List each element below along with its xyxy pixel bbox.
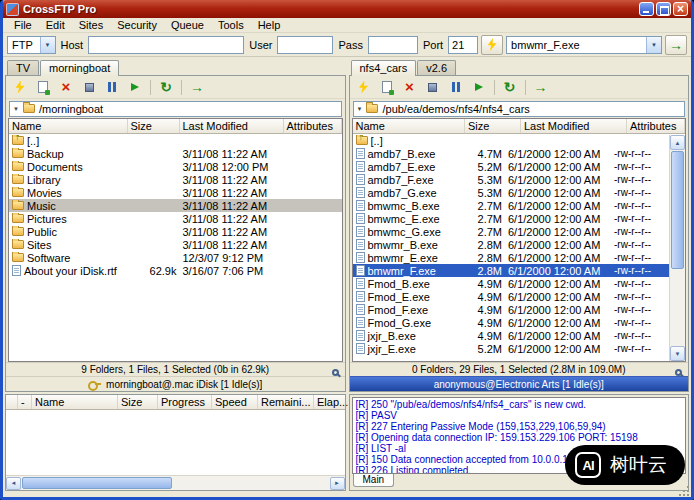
connect-button[interactable] bbox=[354, 78, 374, 97]
scrollbar-thumb[interactable] bbox=[22, 477, 172, 489]
resize-grip[interactable] bbox=[678, 485, 690, 497]
file-row[interactable]: bmwmr_E.exe2.8M6/1/2000 12:00 AM-rw-r--r… bbox=[353, 251, 670, 264]
maximize-button[interactable] bbox=[656, 2, 671, 16]
chevron-down-icon[interactable] bbox=[646, 37, 661, 53]
file-row[interactable]: bmwmr_B.exe2.8M6/1/2000 12:00 AM-rw-r--r… bbox=[353, 238, 670, 251]
column-header-size[interactable]: Size bbox=[118, 395, 158, 409]
column-header-size[interactable]: Size bbox=[465, 119, 521, 133]
right-tab-v2-6[interactable]: v2.6 bbox=[417, 60, 456, 75]
file-name-cell: bmwmc_B.exe bbox=[353, 200, 450, 212]
chevron-down-icon[interactable] bbox=[40, 37, 55, 53]
close-button[interactable] bbox=[673, 2, 688, 16]
file-row[interactable]: Public3/11/08 11:22 AM bbox=[9, 225, 342, 238]
left-tab-tv[interactable]: TV bbox=[7, 60, 39, 75]
column-header-name[interactable]: Name bbox=[353, 119, 466, 133]
column-header-blank[interactable]: - bbox=[18, 395, 32, 409]
file-row[interactable]: Fmod_E.exe4.9M6/1/2000 12:00 AM-rw-r--r-… bbox=[353, 290, 670, 303]
user-input[interactable] bbox=[277, 36, 333, 54]
right-tab-nfs4-cars[interactable]: nfs4_cars bbox=[351, 60, 417, 76]
menu-queue[interactable]: Queue bbox=[164, 19, 211, 31]
column-header-name[interactable]: Name bbox=[32, 395, 118, 409]
column-header-remaini[interactable]: Remaini... bbox=[258, 395, 314, 409]
scroll-down-button[interactable] bbox=[670, 346, 685, 361]
pause-button[interactable] bbox=[446, 78, 466, 97]
quick-connect-button[interactable] bbox=[481, 35, 503, 55]
file-row[interactable]: amdb7_B.exe4.7M6/1/2000 12:00 AM-rw-r--r… bbox=[353, 147, 670, 160]
horizontal-scrollbar[interactable] bbox=[6, 475, 345, 490]
file-row[interactable]: Movies3/11/08 11:22 AM bbox=[9, 186, 342, 199]
connect-button[interactable] bbox=[10, 78, 30, 97]
file-row[interactable]: Music3/11/08 11:22 AM bbox=[9, 199, 342, 212]
file-row[interactable]: Sites3/11/08 11:22 AM bbox=[9, 238, 342, 251]
new-tab-button[interactable] bbox=[33, 78, 53, 97]
file-row[interactable]: Software12/3/07 9:12 PM bbox=[9, 251, 342, 264]
host-input[interactable] bbox=[88, 36, 244, 54]
file-row[interactable]: bmwmc_E.exe2.7M6/1/2000 12:00 AM-rw-r--r… bbox=[353, 212, 670, 225]
stop-button[interactable] bbox=[423, 78, 443, 97]
menu-help[interactable]: Help bbox=[251, 19, 288, 31]
log-tab-main[interactable]: Main bbox=[353, 474, 395, 487]
left-path-combo[interactable]: /morningboat bbox=[9, 101, 342, 117]
transfer-button[interactable] bbox=[187, 78, 207, 97]
minimize-button[interactable] bbox=[639, 2, 654, 16]
menu-edit[interactable]: Edit bbox=[39, 19, 72, 31]
scroll-right-button[interactable] bbox=[330, 477, 345, 490]
start-button[interactable] bbox=[469, 78, 489, 97]
column-header-name[interactable]: Name bbox=[9, 119, 128, 133]
vertical-scrollbar[interactable] bbox=[669, 135, 685, 361]
menu-file[interactable]: File bbox=[7, 19, 39, 31]
refresh-button[interactable] bbox=[156, 78, 176, 97]
pass-input[interactable] bbox=[368, 36, 418, 54]
file-row[interactable]: bmwmc_B.exe2.7M6/1/2000 12:00 AM-rw-r--r… bbox=[353, 199, 670, 212]
file-row[interactable]: amdb7_E.exe5.2M6/1/2000 12:00 AM-rw-r--r… bbox=[353, 160, 670, 173]
file-row[interactable]: Backup3/11/08 11:22 AM bbox=[9, 147, 342, 160]
menu-tools[interactable]: Tools bbox=[211, 19, 251, 31]
close-connection-button[interactable] bbox=[400, 78, 420, 97]
file-row[interactable]: About your iDisk.rtf62.9k3/16/07 7:06 PM bbox=[9, 264, 342, 277]
refresh-button[interactable] bbox=[500, 78, 520, 97]
column-header-last-modified[interactable]: Last Modified bbox=[521, 119, 627, 133]
start-button[interactable] bbox=[125, 78, 145, 97]
menu-sites[interactable]: Sites bbox=[72, 19, 110, 31]
file-row[interactable]: amdb7_G.exe5.3M6/1/2000 12:00 AM-rw-r--r… bbox=[353, 186, 670, 199]
file-row[interactable]: Fmod_G.exe4.9M6/1/2000 12:00 AM-rw-r--r-… bbox=[353, 316, 670, 329]
file-row[interactable]: bmwmr_F.exe2.8M6/1/2000 12:00 AM-rw-r--r… bbox=[353, 264, 670, 277]
scrollbar-thumb[interactable] bbox=[671, 151, 684, 269]
file-row[interactable]: Fmod_F.exe4.9M6/1/2000 12:00 AM-rw-r--r-… bbox=[353, 303, 670, 316]
chevron-down-icon[interactable] bbox=[357, 106, 363, 112]
filter-button[interactable] bbox=[675, 364, 682, 379]
column-header-blank[interactable] bbox=[6, 395, 18, 409]
transfer-file-button[interactable] bbox=[665, 35, 687, 55]
column-header-speed[interactable]: Speed bbox=[212, 395, 258, 409]
stop-button[interactable] bbox=[79, 78, 99, 97]
new-tab-button[interactable] bbox=[377, 78, 397, 97]
file-row[interactable]: jxjr_E.exe5.2M6/1/2000 12:00 AM-rw-r--r-… bbox=[353, 342, 670, 355]
menu-security[interactable]: Security bbox=[110, 19, 164, 31]
file-row[interactable]: Library3/11/08 11:22 AM bbox=[9, 173, 342, 186]
port-input[interactable] bbox=[448, 36, 478, 54]
file-row[interactable]: Pictures3/11/08 11:22 AM bbox=[9, 212, 342, 225]
file-row[interactable]: Fmod_B.exe4.9M6/1/2000 12:00 AM-rw-r--r-… bbox=[353, 277, 670, 290]
filter-button[interactable] bbox=[332, 364, 339, 379]
chevron-down-icon[interactable] bbox=[13, 106, 19, 112]
transfer-button[interactable] bbox=[531, 78, 551, 97]
pause-button[interactable] bbox=[102, 78, 122, 97]
file-select[interactable]: bmwmr_F.exe bbox=[506, 36, 662, 54]
column-header-size[interactable]: Size bbox=[128, 119, 180, 133]
right-path-combo[interactable]: /pub/ea/demos/nfs4/nfs4_cars bbox=[353, 101, 686, 117]
file-row[interactable]: jxjr_B.exe4.9M6/1/2000 12:00 AM-rw-r--r-… bbox=[353, 329, 670, 342]
scroll-left-button[interactable] bbox=[6, 477, 21, 490]
file-row[interactable]: [..] bbox=[353, 134, 670, 147]
file-row[interactable]: [..] bbox=[9, 134, 342, 147]
column-header-progress[interactable]: Progress bbox=[158, 395, 212, 409]
file-row[interactable]: amdb7_F.exe5.3M6/1/2000 12:00 AM-rw-r--r… bbox=[353, 173, 670, 186]
file-row[interactable]: Documents3/11/08 12:00 PM bbox=[9, 160, 342, 173]
close-connection-button[interactable] bbox=[56, 78, 76, 97]
scroll-up-button[interactable] bbox=[670, 135, 685, 150]
protocol-select[interactable]: FTP bbox=[7, 36, 56, 54]
column-header-last-modified[interactable]: Last Modified bbox=[180, 119, 284, 133]
left-tab-morningboat[interactable]: morningboat bbox=[40, 60, 119, 76]
column-header-attributes[interactable]: Attributes bbox=[284, 119, 342, 133]
column-header-attributes[interactable]: Attributes bbox=[627, 119, 685, 133]
file-row[interactable]: bmwmc_G.exe2.7M6/1/2000 12:00 AM-rw-r--r… bbox=[353, 225, 670, 238]
